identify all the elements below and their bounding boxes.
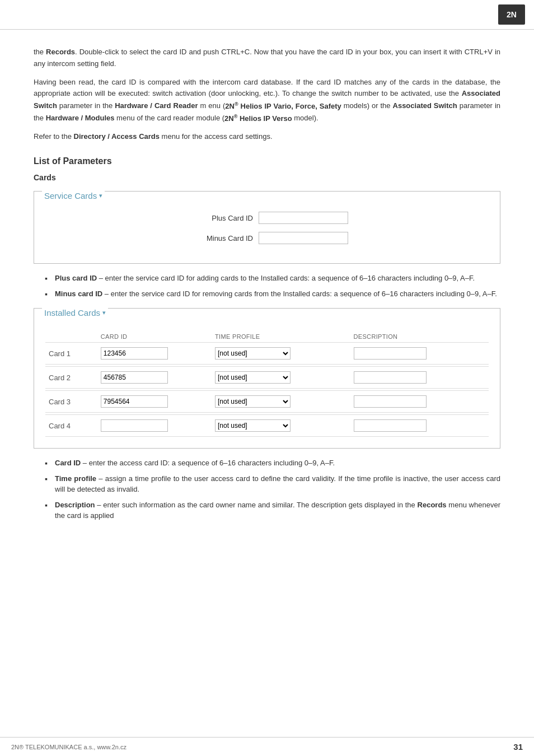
section-title: List of Parameters bbox=[34, 156, 500, 166]
col-header-label bbox=[45, 331, 97, 343]
paragraph-3: Refer to the Directory / Access Cards me… bbox=[34, 131, 500, 143]
row-cardid-1 bbox=[97, 367, 212, 389]
paragraph-2: Having been read, the card ID is compare… bbox=[34, 77, 500, 125]
footer-left-text: 2N® TELEKOMUNIKACE a.s., www.2n.cz bbox=[11, 744, 127, 750]
installed-cards-box: Installed Cards ▾ CARD ID TIME PROFILE D… bbox=[34, 308, 500, 449]
bullet-minus-card: Minus card ID – enter the service card I… bbox=[45, 288, 500, 300]
time-profile-select-2[interactable]: [not used] bbox=[215, 395, 291, 408]
sub-title: Cards bbox=[34, 173, 500, 182]
row-cardid-3 bbox=[97, 415, 212, 437]
minus-card-label: Minus Card ID bbox=[186, 234, 253, 242]
bullet-plus-card: Plus card ID – enter the service card ID… bbox=[45, 273, 500, 284]
installed-cards-chevron-icon: ▾ bbox=[102, 309, 106, 316]
time-profile-select-0[interactable]: [not used] bbox=[215, 347, 291, 360]
description-input-2[interactable] bbox=[354, 395, 427, 408]
main-content: the Records. Double-click to select the … bbox=[0, 30, 534, 553]
page-number: 31 bbox=[513, 742, 523, 752]
row-label-0: Card 1 bbox=[45, 343, 97, 365]
table-row: Card 4 [not used] bbox=[45, 415, 489, 437]
card-id-input-1[interactable] bbox=[101, 371, 168, 384]
row-cardid-2 bbox=[97, 391, 212, 413]
bullet-time-profile: Time profile – assign a time profile to … bbox=[45, 473, 500, 495]
card-id-input-0[interactable] bbox=[101, 347, 168, 360]
bullet-description: Description – enter such information as … bbox=[45, 500, 500, 521]
row-desc-1 bbox=[350, 367, 489, 389]
card-id-input-2[interactable] bbox=[101, 395, 168, 408]
table-row: Card 3 [not used] bbox=[45, 391, 489, 413]
row-cardid-0 bbox=[97, 343, 212, 365]
description-input-1[interactable] bbox=[354, 371, 427, 384]
top-bar: 2N bbox=[0, 0, 534, 30]
time-profile-select-3[interactable]: [not used] bbox=[215, 419, 291, 432]
plus-card-input[interactable] bbox=[259, 212, 348, 224]
page-footer: 2N® TELEKOMUNIKACE a.s., www.2n.cz 31 bbox=[0, 737, 534, 756]
plus-card-label: Plus Card ID bbox=[186, 214, 253, 222]
row-desc-2 bbox=[350, 391, 489, 413]
row-desc-0 bbox=[350, 343, 489, 365]
description-input-3[interactable] bbox=[354, 419, 427, 432]
plus-card-row: Plus Card ID bbox=[45, 212, 489, 224]
minus-card-input[interactable] bbox=[259, 232, 348, 244]
installed-cards-title[interactable]: Installed Cards ▾ bbox=[42, 308, 108, 318]
col-header-description: DESCRIPTION bbox=[350, 331, 489, 343]
col-header-cardid: CARD ID bbox=[97, 331, 212, 343]
description-input-0[interactable] bbox=[354, 347, 427, 360]
service-cards-title[interactable]: Service Cards ▾ bbox=[42, 191, 105, 200]
row-label-3: Card 4 bbox=[45, 415, 97, 437]
row-timeprofile-0: [not used] bbox=[212, 343, 350, 365]
service-cards-bullets: Plus card ID – enter the service card ID… bbox=[45, 273, 500, 299]
col-header-timeprofile: TIME PROFILE bbox=[212, 331, 350, 343]
table-header-row: CARD ID TIME PROFILE DESCRIPTION bbox=[45, 331, 489, 343]
logo-icon: 2N bbox=[498, 4, 525, 25]
installed-cards-table: CARD ID TIME PROFILE DESCRIPTION Card 1 … bbox=[45, 331, 489, 437]
minus-card-row: Minus Card ID bbox=[45, 232, 489, 244]
table-row: Card 2 [not used] bbox=[45, 367, 489, 389]
service-cards-box: Service Cards ▾ Plus Card ID Minus Card … bbox=[34, 191, 500, 264]
time-profile-select-1[interactable]: [not used] bbox=[215, 371, 291, 384]
row-label-2: Card 3 bbox=[45, 391, 97, 413]
installed-cards-bullets: Card ID – enter the access card ID: a se… bbox=[45, 458, 500, 521]
card-id-input-3[interactable] bbox=[101, 419, 168, 432]
row-label-1: Card 2 bbox=[45, 367, 97, 389]
row-timeprofile-2: [not used] bbox=[212, 391, 350, 413]
bullet-card-id: Card ID – enter the access card ID: a se… bbox=[45, 458, 500, 469]
row-desc-3 bbox=[350, 415, 489, 437]
table-row: Card 1 [not used] bbox=[45, 343, 489, 365]
row-timeprofile-3: [not used] bbox=[212, 415, 350, 437]
row-timeprofile-1: [not used] bbox=[212, 367, 350, 389]
paragraph-1: the Records. Double-click to select the … bbox=[34, 46, 500, 70]
service-cards-chevron-icon: ▾ bbox=[99, 192, 102, 199]
